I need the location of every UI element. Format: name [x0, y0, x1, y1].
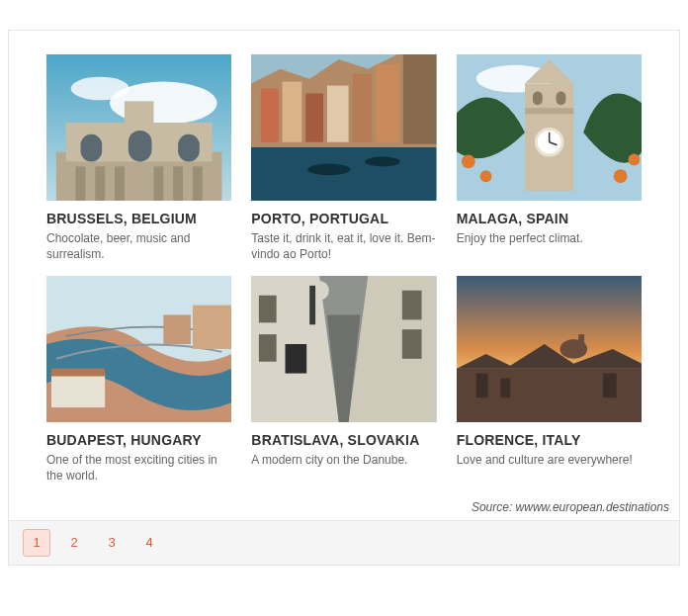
destination-desc: Taste it, drink it, eat it, love it. Bem… [251, 230, 436, 262]
destination-card[interactable]: PORTO, PORTUGAL Taste it, drink it, eat … [251, 54, 436, 262]
svg-point-32 [628, 154, 640, 166]
destination-image [46, 276, 231, 422]
pagination: 1 2 3 4 [9, 520, 679, 565]
destination-desc: Enjoy the perfect climat. [457, 230, 642, 246]
svg-rect-63 [475, 374, 487, 398]
svg-rect-7 [178, 134, 200, 162]
page-button-4[interactable]: 4 [135, 529, 163, 557]
destination-title: BUDAPEST, HUNGARY [46, 432, 231, 448]
svg-rect-12 [153, 166, 163, 201]
svg-rect-55 [402, 329, 422, 359]
destination-card[interactable]: BRUSSELS, BELGIUM Chocolate, beer, music… [46, 54, 231, 262]
svg-rect-46 [163, 315, 191, 345]
svg-rect-23 [377, 64, 400, 142]
source-attribution: Source: wwww.european.destinations [9, 494, 679, 520]
svg-rect-20 [306, 93, 324, 141]
svg-rect-21 [327, 86, 349, 142]
svg-rect-35 [525, 108, 573, 114]
destination-image [46, 54, 231, 201]
destination-image [457, 54, 642, 201]
destination-image [251, 54, 436, 201]
destination-card[interactable]: BRATISLAVA, SLOVAKIA A modern city on th… [251, 276, 436, 484]
svg-rect-65 [603, 374, 617, 398]
svg-rect-5 [81, 134, 103, 162]
svg-rect-6 [129, 131, 152, 162]
svg-rect-8 [125, 101, 154, 123]
destination-image [457, 276, 642, 422]
svg-point-2 [71, 77, 129, 101]
svg-rect-18 [261, 89, 279, 142]
svg-rect-24 [403, 54, 437, 144]
svg-point-26 [366, 157, 400, 167]
svg-rect-10 [95, 166, 105, 201]
destination-title: BRUSSELS, BELGIUM [46, 211, 231, 226]
svg-rect-19 [283, 82, 302, 142]
svg-point-31 [613, 169, 627, 183]
svg-rect-9 [76, 166, 86, 201]
svg-rect-11 [115, 166, 125, 201]
destination-desc: Love and culture are everywhere! [457, 452, 642, 468]
destination-image [251, 276, 436, 422]
destinations-panel: BRUSSELS, BELGIUM Chocolate, beer, music… [8, 30, 680, 566]
svg-point-25 [308, 163, 351, 175]
svg-rect-40 [533, 91, 543, 105]
svg-rect-45 [193, 306, 231, 349]
svg-rect-13 [173, 166, 183, 201]
svg-rect-62 [578, 334, 584, 354]
destination-desc: One of the most exciting cities in the w… [46, 452, 231, 484]
destinations-grid: BRUSSELS, BELGIUM Chocolate, beer, music… [9, 31, 679, 494]
destination-desc: Chocolate, beer, music and surrealism. [46, 230, 231, 262]
destination-card[interactable]: BUDAPEST, HUNGARY One of the most exciti… [46, 276, 231, 484]
svg-point-29 [462, 155, 475, 169]
page-button-2[interactable]: 2 [60, 529, 88, 557]
svg-rect-16 [251, 147, 436, 201]
page-button-1[interactable]: 1 [23, 529, 50, 557]
svg-rect-52 [259, 296, 277, 323]
svg-rect-58 [309, 286, 315, 324]
destination-desc: A modern city on the Danube. [251, 452, 436, 468]
svg-rect-53 [259, 334, 277, 362]
svg-rect-41 [556, 91, 565, 105]
svg-rect-43 [51, 374, 105, 408]
destination-title: PORTO, PORTUGAL [251, 211, 436, 226]
destination-card[interactable]: MALAGA, SPAIN Enjoy the perfect climat. [457, 54, 642, 262]
destination-title: BRATISLAVA, SLOVAKIA [251, 432, 436, 448]
svg-rect-56 [286, 344, 307, 374]
destination-card[interactable]: FLORENCE, ITALY Love and culture are eve… [457, 276, 642, 484]
svg-point-30 [479, 170, 491, 182]
svg-rect-54 [402, 291, 422, 320]
svg-rect-44 [51, 369, 105, 377]
svg-rect-14 [193, 166, 203, 201]
svg-rect-64 [500, 379, 510, 398]
page-button-3[interactable]: 3 [98, 529, 126, 557]
svg-rect-22 [353, 74, 373, 142]
destination-title: FLORENCE, ITALY [457, 432, 642, 448]
destination-title: MALAGA, SPAIN [457, 211, 642, 226]
